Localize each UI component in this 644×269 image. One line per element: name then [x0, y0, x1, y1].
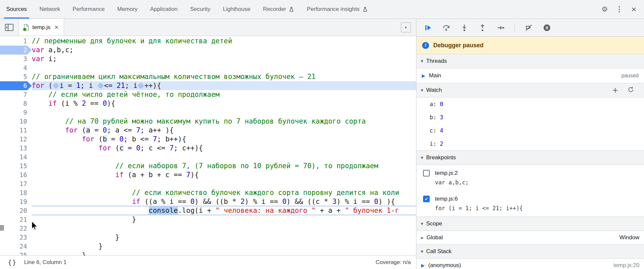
- scope-section-header[interactable]: ▾ Scope: [416, 216, 644, 231]
- line-number[interactable]: 19: [0, 197, 32, 206]
- call-stack-section-header[interactable]: ▾ Call Stack: [416, 244, 644, 259]
- line-number[interactable]: 15: [0, 162, 32, 171]
- step-over-button[interactable]: [442, 23, 450, 32]
- tab-performance-insights[interactable]: Performance insights: [301, 0, 374, 19]
- line-number[interactable]: 22: [0, 224, 32, 233]
- threads-section-header[interactable]: ▾ Threads: [416, 54, 644, 68]
- code-line-23[interactable]: 23 }: [0, 233, 416, 242]
- scope-global-row[interactable]: ▸ Global Window: [416, 231, 644, 244]
- resume-script-button[interactable]: [424, 23, 432, 32]
- breakpoints-section-header[interactable]: ▾ Breakpoints: [416, 150, 644, 165]
- watch-section-header[interactable]: ▾ Watch +: [416, 83, 644, 97]
- deactivate-breakpoints-button[interactable]: [524, 23, 533, 32]
- line-number[interactable]: 5: [0, 72, 32, 81]
- code-line-9[interactable]: 9: [0, 108, 416, 117]
- inline-breakpoint-diamond[interactable]: [138, 83, 144, 89]
- line-number[interactable]: 25: [0, 251, 32, 255]
- code-line-10[interactable]: 10 // на 70 рублей можно максимум купить…: [0, 117, 416, 126]
- tab-performance[interactable]: Performance: [66, 0, 111, 19]
- code-line-6[interactable]: 6for (i = 1; i <= 21; i++){: [0, 81, 416, 90]
- line-number[interactable]: 18: [0, 188, 32, 197]
- code-editor[interactable]: 1// переменные для булочек и для количес…: [0, 36, 416, 255]
- breakpoint-checkbox[interactable]: ✓: [423, 196, 430, 202]
- watch-expression-a[interactable]: a: 0: [416, 97, 644, 111]
- step-button[interactable]: [496, 23, 505, 32]
- thread-main-row[interactable]: ▶ Main paused: [416, 68, 644, 83]
- line-number[interactable]: 24: [0, 242, 32, 251]
- watch-expression-b[interactable]: b: 3: [416, 111, 644, 124]
- code-line-7[interactable]: 7 // если число детей чётное, то продолж…: [0, 90, 416, 99]
- thread-status-label: paused: [622, 73, 639, 79]
- line-number[interactable]: 21: [0, 215, 32, 224]
- line-number[interactable]: 4: [0, 63, 32, 72]
- line-number[interactable]: 10: [0, 117, 32, 126]
- more-options-kebab-icon[interactable]: ⋮: [613, 5, 626, 14]
- breakpoint-code-snippet: var a,b,c;: [435, 178, 644, 187]
- close-devtools-icon[interactable]: ×: [627, 4, 640, 15]
- settings-gear-icon[interactable]: ⚙: [598, 5, 611, 13]
- step-into-button[interactable]: [460, 23, 469, 32]
- code-line-12[interactable]: 12 for (b = 0; b <= 7; b++){: [0, 135, 416, 144]
- line-number[interactable]: 7: [0, 90, 32, 99]
- breakpoints-list: temp.js:2var a,b,c;✓temp.js:6for (i = 1;…: [416, 165, 644, 216]
- code-line-15[interactable]: 15 // если наборов 7, (7 наборов по 10 р…: [0, 162, 416, 171]
- code-line-22[interactable]: 22: [0, 224, 416, 233]
- breakpoint-checkbox[interactable]: [423, 170, 430, 176]
- code-line-21[interactable]: 21 }: [0, 215, 416, 224]
- breakpoint-marker-line-6[interactable]: 6: [0, 81, 32, 90]
- close-tab-icon[interactable]: ×: [54, 24, 59, 31]
- line-number[interactable]: 9: [0, 108, 32, 117]
- code-line-18[interactable]: 18 // если количество булочек каждого со…: [0, 188, 416, 197]
- code-line-13[interactable]: 13 for (c = 0; c <= 7; c++){: [0, 144, 416, 153]
- line-number[interactable]: 20: [0, 206, 32, 215]
- code-line-14[interactable]: 14: [0, 153, 416, 162]
- line-number[interactable]: 14: [0, 153, 32, 162]
- line-number[interactable]: 3: [0, 55, 32, 63]
- pause-on-exceptions-button[interactable]: [543, 23, 551, 32]
- code-line-17[interactable]: 17: [0, 179, 416, 188]
- tab-lighthouse[interactable]: Lighthouse: [217, 0, 257, 19]
- code-line-4[interactable]: 4: [0, 63, 416, 72]
- line-number[interactable]: 1: [0, 37, 32, 46]
- tab-memory[interactable]: Memory: [111, 0, 144, 19]
- line-number[interactable]: 11: [0, 126, 32, 135]
- code-line-20[interactable]: 20 console.log(i + " человека: на каждог…: [0, 206, 416, 215]
- call-stack-frame[interactable]: ▶ (anonymous) temp.js:20: [416, 259, 644, 269]
- inline-breakpoint-diamond[interactable]: [53, 83, 59, 89]
- code-line-5[interactable]: 5// ограничиваем цикл максимальным колич…: [0, 72, 416, 81]
- show-more-tabs-button[interactable]: [401, 22, 411, 32]
- line-number[interactable]: 16: [0, 171, 32, 179]
- code-line-16[interactable]: 16 if (a + b + c == 7){: [0, 171, 416, 179]
- code-line-2[interactable]: 2var a,b,c;: [0, 46, 416, 55]
- watch-actions: +: [613, 86, 640, 95]
- step-out-button[interactable]: [478, 23, 487, 32]
- code-line-11[interactable]: 11 for (a = 0; a <= 7; a++ ){: [0, 126, 416, 135]
- line-number[interactable]: 12: [0, 135, 32, 144]
- line-number[interactable]: 17: [0, 179, 32, 188]
- line-number[interactable]: 13: [0, 144, 32, 153]
- code-line-24[interactable]: 24 }: [0, 242, 416, 251]
- code-line-1[interactable]: 1// переменные для булочек и для количес…: [0, 37, 416, 46]
- line-number[interactable]: 8: [0, 99, 32, 108]
- breakpoint-marker-line-2[interactable]: 2: [0, 46, 32, 55]
- line-number[interactable]: 23: [0, 233, 32, 242]
- code-line-3[interactable]: 3var i;: [0, 55, 416, 63]
- refresh-watch-button[interactable]: [627, 86, 634, 95]
- code-line-25[interactable]: 25 }: [0, 251, 416, 255]
- watch-expression-i[interactable]: i: 2: [416, 137, 644, 150]
- toggle-navigator-button[interactable]: [0, 23, 18, 31]
- inline-breakpoint-diamond[interactable]: [97, 83, 103, 89]
- file-tab-tempjs[interactable]: temp.js ×: [18, 19, 64, 36]
- add-watch-expression-button[interactable]: +: [613, 86, 618, 95]
- code-line-19[interactable]: 19 if ((a % i == 0) && ((b * 2) % i == 0…: [0, 197, 416, 206]
- breakpoint-item-temp.js:2[interactable]: temp.js:2var a,b,c;: [416, 165, 644, 191]
- code-line-8[interactable]: 8 if (i % 2 == 0){: [0, 99, 416, 108]
- tab-recorder[interactable]: Recorder: [257, 0, 301, 19]
- tab-security[interactable]: Security: [184, 0, 217, 19]
- tab-application[interactable]: Application: [144, 0, 184, 19]
- pretty-print-button[interactable]: {}: [3, 259, 21, 266]
- breakpoint-item-temp.js:6[interactable]: ✓temp.js:6for (i = 1; i <= 21; i++){: [416, 191, 644, 216]
- tab-network[interactable]: Network: [33, 0, 66, 19]
- tab-sources[interactable]: Sources: [0, 0, 33, 19]
- watch-expression-c[interactable]: c: 4: [416, 124, 644, 137]
